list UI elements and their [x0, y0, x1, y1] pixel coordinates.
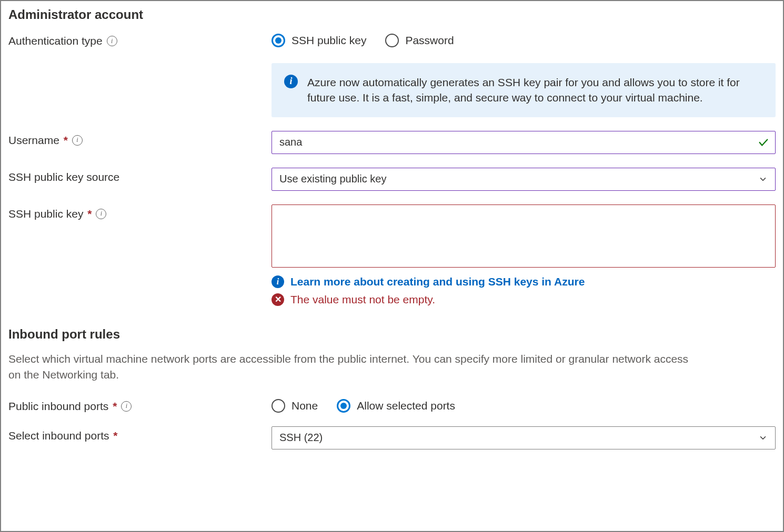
label-select-ports: Select inbound ports *	[8, 426, 272, 442]
label-public-key: SSH public key * i	[8, 204, 272, 220]
ports-description: Select which virtual machine network por…	[8, 351, 692, 383]
select-ports-dropdown[interactable]: SSH (22)	[272, 426, 776, 449]
section-title-admin: Administrator account	[8, 7, 776, 22]
public-key-error-text: The value must not be empty.	[290, 293, 435, 306]
info-icon[interactable]: i	[107, 36, 117, 46]
key-source-value: Use existing public key	[279, 173, 386, 185]
chevron-down-icon	[758, 175, 768, 184]
radio-label: None	[292, 400, 318, 412]
required-star-icon: *	[113, 400, 117, 412]
info-icon[interactable]: i	[96, 209, 106, 219]
label-public-key-text: SSH public key	[8, 208, 83, 220]
label-auth-type: Authentication type i	[8, 32, 272, 47]
info-filled-icon: i	[284, 75, 298, 88]
radio-circle-icon	[272, 399, 285, 413]
ssh-callout-text: Azure now automatically generates an SSH…	[307, 75, 763, 106]
required-star-icon: *	[113, 429, 117, 442]
error-icon: ✕	[272, 293, 284, 306]
required-star-icon: *	[87, 208, 92, 220]
label-auth-type-text: Authentication type	[8, 35, 103, 47]
label-select-ports-text: Select inbound ports	[8, 429, 109, 442]
info-filled-icon: i	[272, 275, 284, 288]
key-source-select[interactable]: Use existing public key	[272, 168, 776, 191]
radio-auth-password[interactable]: Password	[385, 34, 454, 47]
ssh-info-callout: i Azure now automatically generates an S…	[272, 63, 776, 117]
info-icon[interactable]: i	[72, 135, 83, 146]
radio-ports-none[interactable]: None	[272, 399, 318, 413]
label-public-inbound: Public inbound ports * i	[8, 397, 272, 413]
radio-label: Password	[405, 34, 454, 47]
label-key-source: SSH public key source	[8, 168, 272, 183]
public-inbound-radio-group: None Allow selected ports	[272, 397, 776, 413]
ssh-learn-more-link[interactable]: Learn more about creating and using SSH …	[290, 275, 585, 288]
radio-circle-icon	[385, 34, 399, 47]
radio-ports-allow[interactable]: Allow selected ports	[337, 399, 455, 413]
radio-circle-icon	[272, 34, 285, 47]
radio-circle-icon	[337, 399, 350, 413]
select-ports-value: SSH (22)	[279, 432, 323, 444]
auth-type-radio-group: SSH public key Password	[272, 32, 776, 47]
chevron-down-icon	[758, 433, 768, 443]
valid-check-icon	[758, 137, 769, 148]
radio-label: SSH public key	[292, 34, 366, 47]
username-input[interactable]	[272, 131, 776, 154]
section-title-ports: Inbound port rules	[8, 327, 776, 342]
label-public-inbound-text: Public inbound ports	[8, 400, 108, 412]
public-key-textarea[interactable]	[272, 204, 776, 268]
info-icon[interactable]: i	[121, 401, 132, 412]
required-star-icon: *	[64, 134, 68, 146]
label-username: Username * i	[8, 131, 272, 147]
label-username-text: Username	[8, 134, 59, 146]
radio-label: Allow selected ports	[357, 400, 455, 412]
radio-auth-ssh[interactable]: SSH public key	[272, 34, 366, 47]
label-key-source-text: SSH public key source	[8, 171, 119, 183]
